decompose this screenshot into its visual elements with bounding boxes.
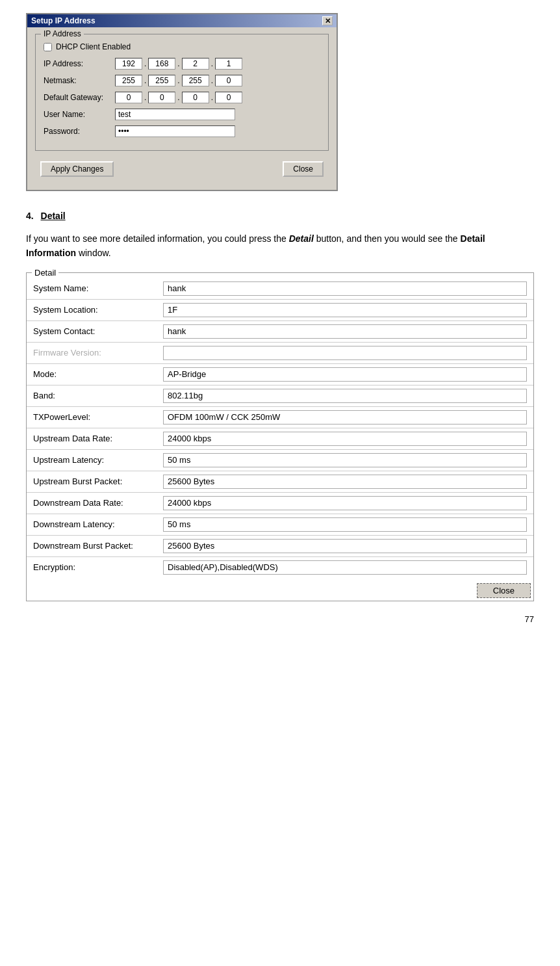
text-before: If you want to see more detailed informa… (26, 233, 289, 244)
detail-value-box: 25600 Bytes (163, 539, 527, 553)
netmask-label: Netmask: (44, 76, 115, 85)
gateway-inputs: . . . (115, 92, 242, 103)
detail-panel: Detail System Name:hankSystem Location:1… (26, 272, 534, 601)
section-number: 4. (26, 211, 34, 221)
dialog-titlebar: Setup IP Address ✕ (27, 14, 337, 27)
password-input[interactable] (115, 125, 235, 137)
detail-row-label: TXPowerLevel: (27, 406, 157, 428)
detail-value-box: AP-Bridge (163, 367, 527, 382)
ip-octet-3[interactable] (182, 58, 209, 70)
detail-row-label: System Contact: (27, 320, 157, 342)
detail-row-value: 50 ms (157, 449, 533, 471)
detail-table-row: Upstream Burst Packet:25600 Bytes (27, 471, 533, 492)
ip-octet-2[interactable] (148, 58, 175, 70)
detail-table-row: Upstream Data Rate:24000 kbps (27, 428, 533, 449)
detail-row-label: Upstream Burst Packet: (27, 471, 157, 492)
detail-value-box: 50 ms (163, 453, 527, 467)
detail-value-box: Disabled(AP),Disabled(WDS) (163, 560, 527, 575)
ip-address-inputs: . . . (115, 58, 242, 70)
apply-changes-button[interactable]: Apply Changes (40, 161, 114, 177)
detail-value-box: 1F (163, 303, 527, 317)
section-header: 4. Detail (26, 211, 534, 221)
detail-row-label: Firmware Version: (27, 342, 157, 363)
detail-value-box: hank (163, 324, 527, 339)
dhcp-row: DHCP Client Enabled (44, 42, 320, 51)
setup-ip-dialog: Setup IP Address ✕ IP Address DHCP Clien… (26, 13, 338, 191)
detail-value-box (163, 346, 527, 360)
dialog-title: Setup IP Address (31, 16, 95, 25)
detail-row-label: Upstream Data Rate: (27, 428, 157, 449)
detail-row-value: 802.11bg (157, 385, 533, 406)
detail-row-value: 25600 Bytes (157, 535, 533, 556)
netmask-row: Netmask: . . . (44, 75, 320, 86)
page-number: 77 (26, 614, 534, 624)
detail-table-row: Firmware Version: (27, 342, 533, 363)
ip-address-label: IP Address: (44, 59, 115, 68)
detail-table-row: Upstream Latency:50 ms (27, 449, 533, 471)
detail-table-row: System Contact:hank (27, 320, 533, 342)
netmask-octet-4[interactable] (215, 75, 242, 86)
dhcp-label: DHCP Client Enabled (56, 42, 131, 51)
detail-row-value (157, 342, 533, 363)
gateway-octet-2[interactable] (148, 92, 175, 103)
text-after: window. (76, 248, 111, 258)
detail-legend: Detail (32, 268, 58, 278)
close-dialog-button[interactable]: Close (283, 161, 324, 177)
detail-row-label: System Name: (27, 278, 157, 300)
gateway-row: Default Gateway: . . . (44, 92, 320, 103)
username-input[interactable] (115, 109, 235, 120)
netmask-octet-3[interactable] (182, 75, 209, 86)
detail-row-value: OFDM 100mW / CCK 250mW (157, 406, 533, 428)
section-paragraph: If you want to see more detailed informa… (26, 231, 534, 261)
detail-table-row: System Name:hank (27, 278, 533, 300)
detail-row-label: System Location: (27, 299, 157, 320)
password-label: Password: (44, 127, 115, 136)
detail-table-row: Downstream Burst Packet:25600 Bytes (27, 535, 533, 556)
detail-row-label: Downstream Data Rate: (27, 492, 157, 514)
detail-value-box: OFDM 100mW / CCK 250mW (163, 410, 527, 424)
detail-table-row: Band:802.11bg (27, 385, 533, 406)
detail-row-value: 1F (157, 299, 533, 320)
detail-row-label: Encryption: (27, 556, 157, 578)
gateway-octet-1[interactable] (115, 92, 142, 103)
detail-row-value: Disabled(AP),Disabled(WDS) (157, 556, 533, 578)
detail-value-box: hank (163, 281, 527, 296)
detail-table-row: Downstream Data Rate:24000 kbps (27, 492, 533, 514)
detail-table-row: Downstream Latency:50 ms (27, 514, 533, 535)
ip-address-row: IP Address: . . . (44, 58, 320, 70)
ip-octet-4[interactable] (215, 58, 242, 70)
detail-row-label: Downstream Burst Packet: (27, 535, 157, 556)
detail-table-row: Mode:AP-Bridge (27, 363, 533, 385)
detail-table: System Name:hankSystem Location:1FSystem… (27, 278, 533, 578)
gateway-label: Default Gateway: (44, 93, 115, 102)
netmask-octet-1[interactable] (115, 75, 142, 86)
detail-row-value: AP-Bridge (157, 363, 533, 385)
detail-row-value: 24000 kbps (157, 492, 533, 514)
password-row: Password: (44, 125, 320, 137)
dialog-body: IP Address DHCP Client Enabled IP Addres… (27, 27, 337, 190)
section-title: Detail (41, 211, 66, 221)
detail-value-box: 802.11bg (163, 389, 527, 403)
detail-close-button[interactable]: Close (477, 583, 531, 598)
detail-table-row: System Location:1F (27, 299, 533, 320)
detail-row-value: 25600 Bytes (157, 471, 533, 492)
detail-row-label: Mode: (27, 363, 157, 385)
gateway-octet-4[interactable] (215, 92, 242, 103)
username-row: User Name: (44, 109, 320, 120)
dialog-close-button[interactable]: ✕ (322, 16, 333, 25)
detail-row-value: hank (157, 278, 533, 300)
ip-octet-1[interactable] (115, 58, 142, 70)
ip-address-group: IP Address DHCP Client Enabled IP Addres… (35, 34, 329, 151)
detail-row-value: 24000 kbps (157, 428, 533, 449)
detail-row-label: Upstream Latency: (27, 449, 157, 471)
gateway-octet-3[interactable] (182, 92, 209, 103)
username-label: User Name: (44, 110, 115, 119)
group-legend: IP Address (41, 29, 84, 38)
detail-row-label: Downstream Latency: (27, 514, 157, 535)
dhcp-checkbox[interactable] (44, 43, 52, 51)
detail-value-box: 50 ms (163, 517, 527, 532)
netmask-octet-2[interactable] (148, 75, 175, 86)
detail-table-row: Encryption:Disabled(AP),Disabled(WDS) (27, 556, 533, 578)
dialog-footer: Apply Changes Close (35, 159, 329, 182)
detail-value-box: 24000 kbps (163, 496, 527, 510)
